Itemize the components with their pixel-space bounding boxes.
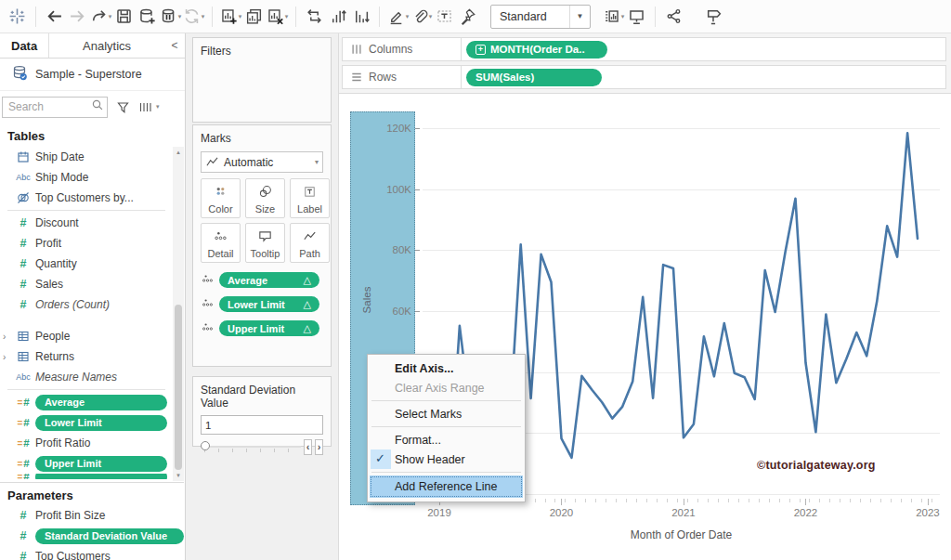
clear-sheet-button[interactable]: ▾	[266, 4, 289, 30]
columns-pill[interactable]: + MONTH(Order Da..	[466, 41, 607, 59]
columns-shelf[interactable]: + MONTH(Order Da..	[462, 37, 946, 61]
axis-context-menu: Edit Axis...Clear Axis RangeSelect Marks…	[367, 354, 526, 502]
menu-item-show-header[interactable]: ✓Show Header	[370, 449, 523, 469]
measure-caret-icon: △	[304, 322, 311, 334]
field-measure-names[interactable]: AbcMeasure Names	[0, 367, 173, 387]
filter-fields-icon[interactable]	[116, 100, 130, 114]
mark-type-caret: ▾	[315, 158, 319, 166]
sort-ascending-button[interactable]	[326, 4, 349, 30]
show-cards-button[interactable]: ▾	[602, 4, 625, 30]
save-button[interactable]	[112, 4, 136, 30]
menu-item-edit-axis[interactable]: Edit Axis...	[370, 358, 523, 378]
field-orders-count[interactable]: #Orders (Count)	[0, 294, 173, 315]
tooltip-button[interactable]: Tooltip	[245, 223, 285, 263]
collapse-pane-button[interactable]: <	[164, 33, 185, 58]
swap-rows-columns-button[interactable]	[303, 4, 326, 30]
field-quantity[interactable]: #Quantity	[0, 254, 173, 274]
expand-icon[interactable]: ›	[3, 332, 6, 342]
refresh-data-button[interactable]: ▾	[182, 4, 205, 30]
path-button[interactable]: Path	[290, 223, 330, 263]
field-sales[interactable]: #Sales	[0, 274, 173, 294]
tableau-logo-button[interactable]	[6, 4, 29, 30]
field-clipped[interactable]: =#	[0, 474, 173, 479]
redo-button[interactable]: ▾	[89, 4, 112, 30]
label-button[interactable]: Label	[290, 178, 330, 218]
parameter-value-input[interactable]	[202, 419, 322, 432]
pause-data-updates-button[interactable]: ▾	[159, 4, 182, 30]
scroll-up-icon[interactable]: ▴	[173, 147, 184, 158]
presentation-mode-button[interactable]	[625, 4, 648, 30]
field-lower-limit[interactable]: =#Lower Limit	[0, 412, 173, 433]
text-label-button[interactable]	[433, 4, 456, 30]
number-icon: #	[11, 257, 35, 270]
new-worksheet-button[interactable]: ▾	[219, 4, 242, 30]
rows-pill[interactable]: SUM(Sales)	[466, 69, 602, 86]
size-button[interactable]: Size	[245, 178, 285, 218]
show-me-button[interactable]	[702, 4, 725, 30]
marks-pill-upper-limit[interactable]: Upper Limit△	[219, 320, 319, 336]
field-people[interactable]: ›People	[0, 326, 173, 346]
view-options-icon[interactable]	[138, 100, 152, 114]
duplicate-sheet-button[interactable]	[242, 4, 266, 30]
menu-item-add-reference-line[interactable]: Add Reference Line	[370, 475, 523, 498]
expand-date-icon[interactable]: +	[476, 45, 486, 55]
scroll-down-icon[interactable]: ▾	[173, 470, 184, 481]
field-returns[interactable]: ›Returns	[0, 346, 173, 367]
mark-type-dropdown[interactable]: Automatic ▾	[201, 151, 323, 173]
back-button[interactable]	[43, 4, 66, 30]
sort-descending-button[interactable]	[349, 4, 372, 30]
field-label: Lower Limit	[35, 415, 167, 431]
sidebar-scrollbar[interactable]: ▴ ▾	[173, 147, 184, 481]
tab-analytics[interactable]: Analytics	[49, 33, 164, 58]
field-average[interactable]: =#Average	[0, 392, 173, 412]
year-tick	[561, 499, 562, 505]
share-button[interactable]	[662, 4, 685, 30]
expand-icon[interactable]: ›	[3, 352, 6, 362]
increment-button[interactable]: ›	[315, 439, 323, 455]
field-ship-date[interactable]: Ship Date	[0, 147, 173, 167]
search-input[interactable]	[3, 100, 91, 113]
back-icon	[46, 7, 63, 25]
forward-button[interactable]	[66, 4, 89, 30]
field-discount[interactable]: #Discount	[0, 213, 173, 233]
field-ship-mode[interactable]: AbcShip Mode	[0, 167, 173, 188]
view-options-caret[interactable]: ▾	[156, 103, 160, 111]
field-upper-limit[interactable]: =#Upper Limit	[0, 453, 173, 474]
group-members-button[interactable]: ▾	[410, 4, 433, 30]
tab-data[interactable]: Data	[0, 33, 49, 58]
new-worksheet-icon	[220, 7, 238, 25]
search-box[interactable]	[2, 97, 108, 118]
marks-pill-average[interactable]: Average△	[219, 272, 319, 288]
fix-axes-button[interactable]	[456, 4, 479, 30]
field-profit-bin-size[interactable]: #Profit Bin Size	[0, 505, 184, 526]
standard-fit-select[interactable]: Standard▼	[490, 5, 591, 29]
color-button[interactable]: Color	[201, 178, 241, 218]
decrement-button[interactable]: ‹	[304, 439, 312, 455]
field-label: Top Customers by...	[35, 191, 134, 204]
field-top-customers-by[interactable]: Top Customers by...	[0, 188, 173, 208]
parameter-value-box[interactable]	[201, 415, 323, 435]
x-tick-label: 2021	[671, 507, 696, 518]
field-profit-ratio[interactable]: =#Profit Ratio	[0, 433, 173, 453]
scrollbar-thumb[interactable]	[175, 305, 182, 470]
highlight-button[interactable]: ▾	[386, 4, 410, 30]
fit-select-caret[interactable]: ▼	[569, 6, 590, 28]
slider-handle[interactable]	[201, 441, 210, 450]
marks-buttons: ColorSizeLabelDetailTooltipPath	[201, 178, 323, 263]
x-axis-title: Month of Order Date	[423, 528, 940, 541]
parameter-slider[interactable]	[201, 439, 301, 454]
field-top-customers[interactable]: #Top Customers	[0, 546, 184, 560]
field-profit[interactable]: #Profit	[0, 233, 173, 254]
menu-item-select-marks[interactable]: Select Marks	[370, 404, 523, 423]
add-data-button[interactable]	[136, 4, 159, 30]
menu-item-format[interactable]: Format...	[370, 430, 523, 449]
field-label: Discount	[35, 216, 79, 229]
rows-shelf[interactable]: SUM(Sales)	[462, 65, 946, 89]
datasource-item[interactable]: Sample - Superstore	[0, 58, 185, 91]
slider-track[interactable]	[201, 446, 301, 448]
detail-button[interactable]: Detail	[201, 223, 241, 263]
detail-shelf-icon	[201, 271, 215, 289]
field-standard-deviation-value[interactable]: #Standard Deviation Value	[0, 526, 184, 546]
filters-card[interactable]: Filters	[192, 37, 332, 123]
marks-pill-lower-limit[interactable]: Lower Limit△	[219, 296, 319, 312]
